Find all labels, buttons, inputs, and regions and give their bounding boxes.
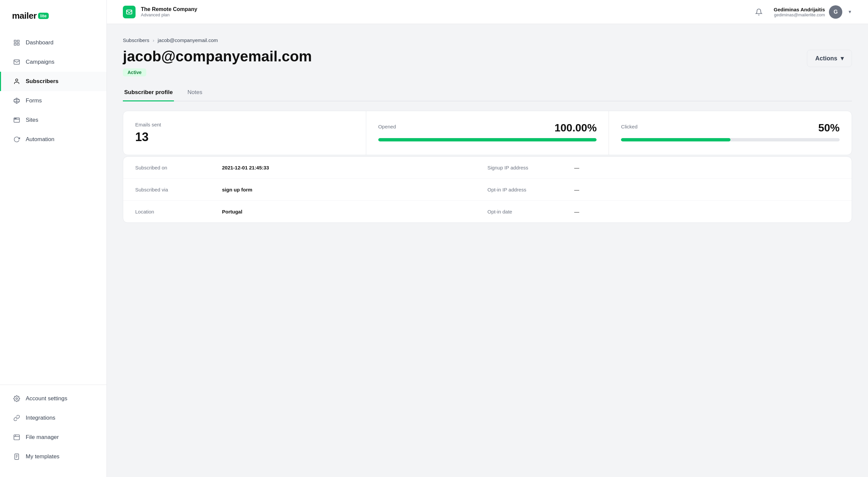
opened-label: Opened bbox=[378, 124, 396, 129]
templates-icon bbox=[13, 453, 20, 460]
svg-point-5 bbox=[16, 79, 18, 81]
sidebar-item-label-subscribers: Subscribers bbox=[26, 78, 58, 85]
sidebar-item-label-dashboard: Dashboard bbox=[26, 39, 54, 46]
clicked-value: 50% bbox=[818, 122, 840, 134]
detail-row-2: Location Portugal Opt-in date — bbox=[123, 201, 851, 223]
svg-rect-1 bbox=[18, 40, 19, 42]
header: The Remote Company Advanced plan Gedimin… bbox=[107, 0, 868, 24]
opened-progress-fill bbox=[378, 138, 597, 141]
emails-sent-cell: Emails sent 13 bbox=[123, 111, 366, 155]
detail-label-0: Subscribed on bbox=[135, 165, 222, 170]
detail-value-1: sign up form bbox=[222, 187, 488, 193]
bottom-nav-items: Account settings Integrations File manag… bbox=[0, 389, 106, 466]
sidebar-item-label-forms: Forms bbox=[26, 97, 42, 104]
sidebar-item-label-account-settings: Account settings bbox=[26, 395, 67, 402]
details-card: Subscribed on 2021-12-01 21:45:33 Signup… bbox=[123, 157, 852, 223]
user-details: Gediminas Andrijaitis gediminas@mailerli… bbox=[774, 7, 825, 18]
sidebar-item-label-sites: Sites bbox=[26, 117, 38, 124]
sidebar-item-account-settings[interactable]: Account settings bbox=[0, 389, 106, 408]
opened-row: Opened 100.00% bbox=[378, 122, 597, 134]
svg-point-14 bbox=[16, 398, 18, 400]
chevron-down-icon: ▼ bbox=[848, 9, 852, 14]
breadcrumb-current: jacob@companyemail.com bbox=[158, 37, 218, 43]
sidebar-item-my-templates[interactable]: My templates bbox=[0, 447, 106, 466]
breadcrumb-separator: › bbox=[153, 37, 154, 43]
notifications-button[interactable] bbox=[752, 5, 766, 19]
logo: mailer lite bbox=[0, 11, 106, 33]
detail-label2-0: Signup IP address bbox=[488, 165, 574, 170]
settings-icon bbox=[13, 395, 20, 402]
detail-label-2: Location bbox=[135, 209, 222, 214]
page-title-row: jacob@companyemail.com Active Actions ▾ bbox=[123, 48, 852, 76]
sidebar-item-subscribers[interactable]: Subscribers bbox=[0, 72, 106, 91]
clicked-progress-fill bbox=[621, 138, 730, 141]
tab-notes[interactable]: Notes bbox=[186, 84, 203, 101]
file-manager-icon bbox=[13, 434, 20, 441]
detail-value2-1: — bbox=[574, 187, 840, 193]
sidebar-item-label-my-templates: My templates bbox=[26, 453, 59, 460]
opened-value: 100.00% bbox=[555, 122, 597, 134]
detail-label2-1: Opt-in IP address bbox=[488, 187, 574, 193]
sidebar-item-forms[interactable]: Forms bbox=[0, 91, 106, 110]
detail-value2-2: — bbox=[574, 209, 840, 214]
sidebar-item-integrations[interactable]: Integrations bbox=[0, 408, 106, 428]
svg-rect-0 bbox=[14, 40, 17, 42]
svg-rect-15 bbox=[14, 435, 20, 440]
svg-rect-2 bbox=[18, 43, 19, 45]
sidebar-item-sites[interactable]: Sites bbox=[0, 110, 106, 130]
avatar: G bbox=[829, 5, 842, 19]
sidebar-item-label-file-manager: File manager bbox=[26, 434, 59, 441]
sidebar-item-campaigns[interactable]: Campaigns bbox=[0, 53, 106, 72]
svg-rect-22 bbox=[127, 10, 132, 14]
emails-sent-value: 13 bbox=[135, 130, 354, 144]
actions-button[interactable]: Actions ▾ bbox=[807, 50, 852, 67]
svg-point-12 bbox=[15, 118, 16, 119]
logo-text: mailer bbox=[12, 11, 37, 21]
detail-value-0: 2021-12-01 21:45:33 bbox=[222, 165, 488, 170]
campaigns-icon bbox=[13, 58, 20, 66]
stats-card: Emails sent 13 Opened 100.00% Clicked 50… bbox=[123, 111, 852, 155]
header-left: The Remote Company Advanced plan bbox=[123, 6, 197, 18]
tab-subscriber-profile[interactable]: Subscriber profile bbox=[123, 84, 174, 101]
status-badge: Active bbox=[123, 68, 146, 76]
forms-icon bbox=[13, 97, 20, 104]
detail-label2-2: Opt-in date bbox=[488, 209, 574, 214]
svg-point-13 bbox=[16, 118, 17, 119]
opened-progress-track bbox=[378, 138, 597, 141]
sidebar-item-label-automation: Automation bbox=[26, 136, 54, 143]
detail-value-2: Portugal bbox=[222, 209, 488, 214]
breadcrumb: Subscribers › jacob@companyemail.com bbox=[123, 37, 852, 43]
automation-icon bbox=[13, 136, 20, 143]
user-info[interactable]: Gediminas Andrijaitis gediminas@mailerli… bbox=[774, 5, 852, 19]
company-icon bbox=[123, 6, 135, 18]
detail-label-1: Subscribed via bbox=[135, 187, 222, 193]
detail-value2-0: — bbox=[574, 165, 840, 170]
company-plan: Advanced plan bbox=[141, 12, 197, 18]
sidebar-item-file-manager[interactable]: File manager bbox=[0, 428, 106, 447]
dashboard-icon bbox=[13, 39, 20, 46]
breadcrumb-subscribers-link[interactable]: Subscribers bbox=[123, 37, 149, 43]
sites-icon bbox=[13, 116, 20, 124]
sidebar-item-label-campaigns: Campaigns bbox=[26, 59, 54, 65]
actions-label: Actions bbox=[815, 55, 837, 62]
detail-row-0: Subscribed on 2021-12-01 21:45:33 Signup… bbox=[123, 157, 851, 179]
subscribers-icon bbox=[13, 78, 20, 85]
company-name: The Remote Company bbox=[141, 6, 197, 12]
title-block: jacob@companyemail.com Active bbox=[123, 48, 312, 76]
company-info: The Remote Company Advanced plan bbox=[141, 6, 197, 18]
svg-rect-3 bbox=[14, 43, 17, 45]
nav-divider bbox=[0, 385, 106, 385]
page-title: jacob@companyemail.com bbox=[123, 48, 312, 64]
sidebar-item-dashboard[interactable]: Dashboard bbox=[0, 33, 106, 53]
user-email: gediminas@mailerlite.com bbox=[774, 12, 825, 18]
tabs: Subscriber profile Notes bbox=[123, 84, 852, 101]
content-area: Subscribers › jacob@companyemail.com jac… bbox=[107, 24, 868, 477]
clicked-progress-track bbox=[621, 138, 840, 141]
main-area: The Remote Company Advanced plan Gedimin… bbox=[107, 0, 868, 477]
clicked-row: Clicked 50% bbox=[621, 122, 840, 134]
user-name: Gediminas Andrijaitis bbox=[774, 7, 825, 12]
actions-chevron-icon: ▾ bbox=[841, 55, 844, 62]
logo-badge: lite bbox=[38, 13, 49, 19]
sidebar-item-automation[interactable]: Automation bbox=[0, 130, 106, 149]
integrations-icon bbox=[13, 414, 20, 422]
